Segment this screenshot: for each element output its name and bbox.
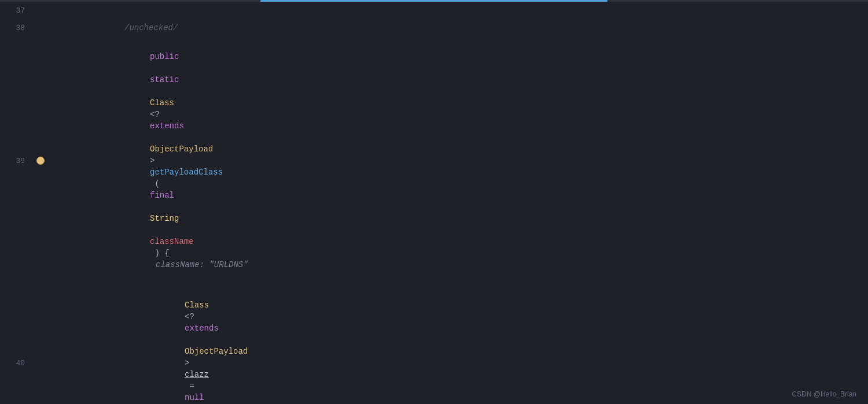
keyword-final: final bbox=[150, 191, 174, 200]
code-space bbox=[150, 87, 155, 96]
line-content: /unchecked/ bbox=[49, 19, 868, 36]
code-line-40: 40 Class <? extends ObjectPayload > claz… bbox=[0, 285, 868, 404]
gutter bbox=[32, 285, 49, 404]
method-getpayloadclass: getPayloadClass bbox=[150, 168, 223, 177]
code-space bbox=[185, 335, 189, 344]
keyword-extends: extends bbox=[185, 324, 219, 333]
code-line-37: 37 bbox=[0, 2, 868, 19]
keyword-extends: extends bbox=[150, 121, 184, 131]
code-text: public static Class <? extends ObjectPay… bbox=[101, 39, 248, 282]
code-paren: ( bbox=[150, 179, 164, 188]
gutter bbox=[32, 36, 49, 285]
line-number: 38 bbox=[0, 19, 32, 36]
code-line-39: 39 public static Class <? extends Object… bbox=[0, 36, 868, 285]
watermark: CSDN @Hello_Brian bbox=[792, 390, 856, 398]
param-classname: className bbox=[150, 237, 194, 246]
keyword-static: static bbox=[150, 75, 179, 84]
keyword-null: null bbox=[185, 393, 204, 402]
line-content bbox=[49, 2, 868, 19]
code-space bbox=[150, 64, 155, 73]
type-string: String bbox=[150, 214, 179, 223]
code-container: 37 38 /unchecked/ 39 public static bbox=[0, 2, 868, 404]
type-objectpayload: ObjectPayload bbox=[150, 144, 213, 154]
line-number: 37 bbox=[0, 2, 32, 19]
code-text: > bbox=[185, 358, 194, 368]
gutter bbox=[32, 19, 49, 36]
code-text: <? bbox=[185, 312, 199, 321]
code-angle2: > bbox=[150, 156, 160, 165]
code-angle: <? bbox=[150, 110, 164, 119]
code-close-paren: ) { bbox=[150, 249, 170, 258]
line-content: Class <? extends ObjectPayload > clazz =… bbox=[49, 285, 868, 404]
type-objectpayload: ObjectPayload bbox=[185, 347, 248, 356]
code-text: /unchecked/ bbox=[124, 22, 178, 34]
code-editor: 37 38 /unchecked/ 39 public static bbox=[0, 0, 868, 404]
code-line-38: 38 /unchecked/ bbox=[0, 19, 868, 36]
code-space bbox=[150, 202, 155, 212]
keyword-public: public bbox=[150, 52, 179, 61]
code-space bbox=[150, 133, 155, 142]
code-space bbox=[150, 225, 155, 235]
breakpoint-icon[interactable] bbox=[36, 157, 45, 165]
code-text: Class <? extends ObjectPayload > clazz =… bbox=[136, 288, 385, 404]
type-class: Class bbox=[185, 301, 209, 310]
inline-hint: className: "URLDNS" bbox=[156, 260, 248, 269]
gutter bbox=[32, 2, 49, 19]
code-text: = bbox=[185, 381, 199, 391]
line-number: 39 bbox=[0, 36, 32, 285]
var-clazz: clazz bbox=[185, 370, 209, 379]
type-class: Class bbox=[150, 98, 174, 108]
line-content: public static Class <? extends ObjectPay… bbox=[49, 36, 868, 285]
line-number: 40 bbox=[0, 285, 32, 404]
